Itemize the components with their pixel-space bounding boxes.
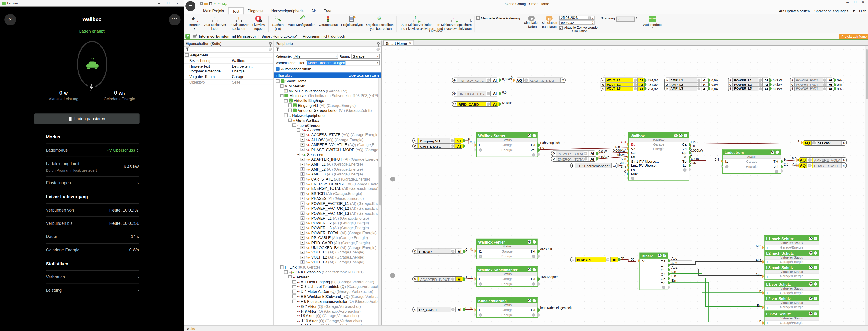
expand-icon[interactable]: +	[288, 104, 292, 108]
toolbar-button-projektanalyse[interactable]: ▲Projektanalyse	[339, 15, 364, 29]
predef-filter-select[interactable]: Keine Einschränkungen▾	[306, 60, 380, 65]
block-stack-amp[interactable]: ⚙AMP_L1AI0,0A⚙AMP_L2AI0,0A⚙AMP_L3AI0,0A	[664, 78, 709, 91]
menu-diagnose[interactable]: Diagnose	[244, 7, 267, 14]
collapse-icon[interactable]: −	[288, 275, 292, 279]
tree-item-netzwerkperipherie[interactable]: −∴Netzwerkperipherie	[274, 113, 378, 118]
stack-row[interactable]: ⚙VOLT_L2AI231,0V	[601, 82, 644, 86]
property-row-vorgabe-raum[interactable]: Vorgabe: RaumGarage	[184, 74, 273, 80]
expand-icon[interactable]: +	[301, 251, 304, 254]
top-link[interactable]: Auf Updates prüfen	[779, 9, 810, 13]
toolbar-button-aus-miniserver[interactable]: ↑Aus Miniserverladen	[203, 15, 228, 29]
app-minimize-button[interactable]: –	[155, 1, 163, 5]
liveview-checkbox[interactable]: ✓	[470, 19, 473, 22]
options-dots-icon[interactable]: •••	[451, 145, 454, 148]
stack-row[interactable]: ⚙VOLT_L3AI234,0V	[601, 86, 644, 91]
tree-item-ampere-volatile[interactable]: +∿▸AMPERE_VOLATILE (AQ) (Garage,Energie)	[274, 142, 378, 147]
gear-icon[interactable]: ⚙	[728, 78, 733, 82]
webinterface-button[interactable]: LOXONE Webinterface ▾	[640, 15, 666, 33]
block-error[interactable]: ⚙ERROR•••AI	[412, 249, 464, 254]
tree-item-d-4-fluter-au-en[interactable]: +▪▪D 4 Fluter Außen (Q) (Garage,Verbrauc…	[274, 289, 378, 294]
tree-item-i-9-aktor[interactable]: ▪▪I 9 Aktor (Q) (Garage,Verbraucher)	[274, 313, 378, 319]
block-power-total[interactable]: ⚙POWER_TOTAL•••AI	[551, 151, 597, 156]
settings-row[interactable]: Geladene Energie0 Wh	[46, 243, 139, 256]
settings-row[interactable]: LademodusPV Überschuss▲▼	[46, 143, 139, 156]
options-dots-icon[interactable]: •••	[524, 79, 528, 82]
tree-item-power-factor-l3[interactable]: +∿▸POWER_FACTOR_L3 (AI) (Garage,Energie)	[274, 211, 378, 216]
options-dots-icon[interactable]	[823, 87, 826, 90]
function-block-wallbox-status[interactable]: Wallbox Status⚙iStatusI1GarageTxt+Energi…	[476, 132, 538, 157]
gear-icon[interactable]: ⚙	[771, 150, 774, 154]
gear-icon[interactable]: ⚙	[841, 158, 846, 162]
block-energy-charge[interactable]: ⚙ENERGY_CHA...•••AI	[452, 78, 499, 83]
block-eingang-vi1[interactable]: ⚙Eingang VI1•••VI	[412, 138, 463, 144]
stack-row[interactable]: ⚙POWER_FACT...AI0%	[790, 78, 834, 82]
gear-icon[interactable]: ⚙	[790, 78, 795, 82]
info-icon[interactable]: i	[813, 282, 817, 286]
tree-item-k-11-aktor[interactable]: ▪▪K 11 Aktor (Q) (Garage,Verbraucher)	[274, 323, 378, 326]
new-file-icon[interactable]	[200, 2, 203, 5]
function-block-l2-nach-sch-tz[interactable]: L2 nach Schütz⚙iVirtueller StatusIGarage…	[764, 250, 819, 265]
block-rfid-card[interactable]: ⚙RFID_CARD•••AI	[452, 101, 499, 107]
collapse-icon[interactable]: −	[292, 123, 296, 127]
expand-icon[interactable]: +	[301, 202, 304, 205]
top-link[interactable]: Hilfe	[859, 9, 866, 13]
toolbar-button-liveview[interactable]: Liveviewstoppen	[250, 15, 267, 29]
gear-icon[interactable]: ⚙	[809, 312, 812, 316]
info-icon[interactable]: i	[532, 134, 536, 138]
programming-canvas[interactable]: ⚙ENERGY_CHA...•••AIAQ•••ACCESS_STATE⚙⚙UN…	[382, 46, 868, 326]
tree-item-knx-extension[interactable]: −▤●KNX Extension (Schaltschrank R03 P01)	[274, 269, 378, 274]
function-block-kabelcodierung[interactable]: Kabelcodierung⚙iStatusI1GarageTxt+Energi…	[476, 297, 538, 318]
settings-row[interactable]: Ladeleistung LimitDurch Programmlogik ge…	[46, 157, 139, 176]
expand-icon[interactable]: +	[301, 211, 304, 215]
stack-row[interactable]: ⚙POWER_L3AI0,0kW	[728, 86, 769, 91]
tree-item-adapter-input[interactable]: +∿▸ADAPTER_INPUT (AI) (Garage,Energie)	[274, 157, 378, 162]
expand-icon[interactable]: +	[301, 226, 304, 230]
settings-row[interactable]: Leistung›	[46, 283, 139, 297]
open-folder-icon[interactable]	[205, 3, 207, 5]
stack-row[interactable]: ⚙POWER_FACT...AI0%	[790, 82, 834, 86]
collapse-icon[interactable]: −	[284, 270, 288, 274]
tree-item-phase-switch-mode[interactable]: +∿▸PHASE_SWITCH_MODE (AQ) (Garage,Energi…	[274, 147, 378, 152]
info-icon[interactable]: i	[662, 254, 666, 258]
function-block-l1-vor-sch-tz[interactable]: L1 vor Schütz⚙iVirtueller StatusIGarage/…	[764, 281, 819, 296]
options-dots-icon[interactable]	[697, 83, 700, 86]
info-icon[interactable]: i	[813, 312, 817, 316]
menu-netzwerkperipherie[interactable]: Netzwerkperipherie	[267, 7, 308, 14]
info-icon[interactable]: i	[775, 150, 779, 154]
collapse-icon[interactable]: −	[288, 119, 292, 122]
settings-row[interactable]: Verbrauch›	[46, 270, 139, 283]
gear-icon[interactable]: ⚙	[551, 157, 556, 161]
kategorie-select[interactable]: Alle▾	[293, 54, 338, 59]
options-dots-icon[interactable]	[697, 87, 700, 90]
gear-icon[interactable]: ⚙	[679, 134, 682, 138]
settings-row[interactable]: Verbunden bisHeute, 10:01:51	[46, 216, 139, 230]
stack-row[interactable]: ⚙AMP_L1AI0,0A	[665, 78, 708, 82]
gear-icon[interactable]: ⚙	[560, 78, 565, 82]
options-dots-icon[interactable]: •••	[451, 249, 455, 253]
gear-icon[interactable]: ⚙	[571, 258, 576, 262]
tree-item-virtuelle-eing-nge[interactable]: −→Virtuelle Eingänge	[274, 98, 378, 103]
gear-icon[interactable]: ⚙	[658, 254, 661, 258]
expand-icon[interactable]: +	[292, 290, 296, 294]
expand-icon[interactable]: +	[301, 207, 304, 210]
save-icon[interactable]	[209, 2, 212, 5]
gear-icon[interactable]: ⚙	[809, 237, 812, 240]
expand-icon[interactable]: +	[284, 89, 288, 93]
tree-scrollbar[interactable]	[378, 78, 381, 326]
expand-icon[interactable]: +	[301, 162, 304, 166]
function-block-wallbox[interactable]: Wallbox+⚙iWallboxGarageEnergieEcVcCpMrSm…	[628, 132, 689, 181]
info-icon[interactable]: i	[532, 299, 536, 303]
collapse-icon[interactable]: −	[297, 153, 300, 156]
collapse-icon[interactable]: −	[297, 128, 300, 132]
options-dots-icon[interactable]: •••	[808, 158, 811, 162]
block-phase-switch[interactable]: AQ•••PHASE_SWITC...⚙	[798, 163, 847, 168]
options-dots-icon[interactable]: •••	[486, 79, 490, 82]
simulation-date-field[interactable]: 25.03.2023 ▾	[559, 16, 595, 20]
options-dots-icon[interactable]	[633, 79, 637, 82]
tree-item-a-1-licht-eingang[interactable]: +▪▪A 1 Licht Eingang (Q) (Garage,Verbrau…	[274, 279, 378, 284]
toolbar-button-trennen[interactable]: ◆×Trennen▾	[186, 15, 203, 29]
function-block-l1-nach-sch-tz[interactable]: L1 nach Schütz⚙iVirtueller StatusIGarage…	[764, 235, 819, 250]
menu-tree[interactable]: Tree	[320, 7, 335, 14]
tree-item-go-echarger[interactable]: −*go-eCharger	[274, 123, 378, 127]
menu-test[interactable]: Test	[228, 7, 244, 14]
